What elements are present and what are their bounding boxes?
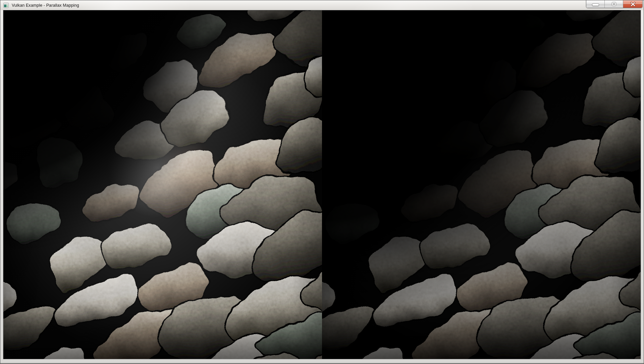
titlebar[interactable]: Vulkan Example - Parallax Mapping (0, 0, 644, 10)
parallax-scene-left (3, 10, 322, 359)
render-area (3, 10, 641, 359)
viewport-left-render[interactable] (3, 10, 322, 359)
minimize-button[interactable] (586, 0, 605, 8)
parallax-scene-right (322, 10, 641, 359)
vulkan-example-app-icon (3, 3, 9, 8)
close-button[interactable] (623, 0, 642, 8)
caption-buttons (586, 0, 643, 8)
minimize-dash-icon (592, 3, 599, 6)
window-title: Vulkan Example - Parallax Mapping (12, 3, 79, 8)
close-x-icon (630, 2, 636, 7)
viewport-right-render[interactable] (322, 10, 641, 359)
maximize-square-icon (611, 2, 617, 6)
app-window: Vulkan Example - Parallax Mapping (0, 0, 644, 364)
app-icon[interactable] (3, 3, 9, 8)
maximize-button[interactable] (605, 0, 623, 8)
window-bottom-edge (0, 363, 644, 364)
